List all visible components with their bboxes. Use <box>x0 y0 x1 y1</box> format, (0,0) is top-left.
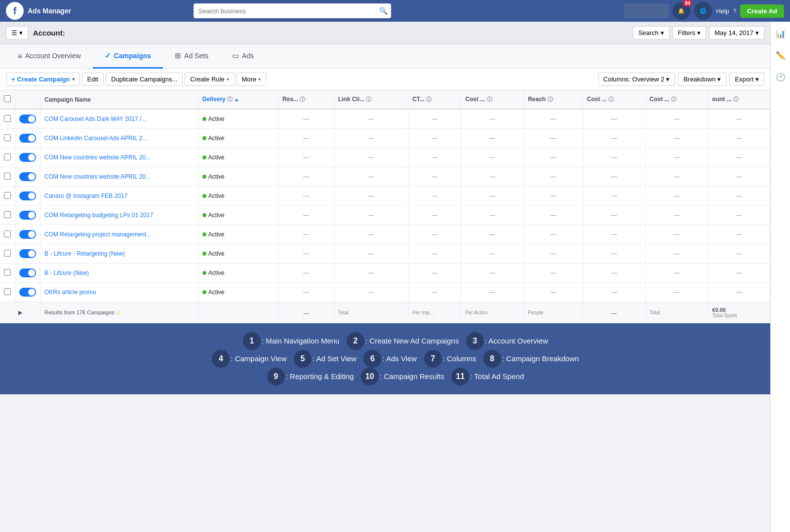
row-checkbox-cell[interactable] <box>0 109 15 129</box>
col-link-clicks[interactable]: Link Cli... ⓘ <box>334 90 408 109</box>
export-button[interactable]: Export ▾ <box>729 73 764 86</box>
row-checkbox-cell[interactable] <box>0 283 15 302</box>
footer-total-spent-label: Total Spent <box>712 313 766 318</box>
row-toggle-cell[interactable] <box>15 283 40 302</box>
campaign-toggle[interactable] <box>19 153 36 162</box>
row-toggle-cell[interactable] <box>15 225 40 244</box>
tab-account-overview[interactable]: ≡ Account Overview <box>6 44 93 69</box>
nav-tabs: ≡ Account Overview ✓ Campaigns ⊞ Ad Sets… <box>0 44 770 69</box>
footer-results-label: Results from 176 Campaigns ⚠ <box>40 302 198 324</box>
date-range-button[interactable]: May 14, 2017 ▾ <box>709 26 764 39</box>
chart-panel-btn[interactable]: 📊 <box>773 26 789 41</box>
row-toggle-cell[interactable] <box>15 167 40 187</box>
create-rule-button[interactable]: Create Rule ▾ <box>185 73 234 86</box>
col-results[interactable]: Res... ⓘ <box>278 90 334 109</box>
select-all-checkbox-header[interactable] <box>0 90 15 109</box>
row-checkbox-cell[interactable] <box>0 148 15 167</box>
help-button[interactable]: Help <box>716 7 729 15</box>
campaign-toggle[interactable] <box>19 114 36 123</box>
breakdown-chevron: ▾ <box>717 76 721 83</box>
campaign-name-cell[interactable]: Canaro @ Instagram FEB 2017 <box>40 187 198 206</box>
cost3-cell: — <box>645 148 708 167</box>
campaign-name-cell[interactable]: B - Lifcure - Retargeting (New) <box>40 244 198 264</box>
campaign-name-cell[interactable]: COM New countries website APRIL 20... <box>40 167 198 187</box>
tab-ad-sets[interactable]: ⊞ Ad Sets <box>163 44 220 69</box>
col-cost[interactable]: Cost ... ⓘ <box>461 90 524 109</box>
filters-button[interactable]: Filters ▾ <box>672 26 706 39</box>
campaign-name-cell[interactable]: B - Lifcure (New) <box>40 264 198 283</box>
clock-panel-btn[interactable]: 🕐 <box>773 69 789 85</box>
row-checkbox-cell[interactable] <box>0 225 15 244</box>
duplicate-button[interactable]: Duplicate Campaigns... <box>106 73 183 86</box>
notifications-btn[interactable]: 🔔 94 <box>672 2 690 20</box>
row-toggle-cell[interactable] <box>15 129 40 148</box>
campaign-name-cell[interactable]: COM New countries website APRIL 20... <box>40 148 198 167</box>
campaign-name-cell[interactable]: COM Retargeting project management... <box>40 225 198 244</box>
delivery-cell: Active <box>198 264 278 283</box>
cost3-cell: — <box>645 264 708 283</box>
col-delivery[interactable]: Delivery ⓘ ▲ <box>198 90 278 109</box>
footer-delivery-cell <box>198 302 278 324</box>
campaign-toggle[interactable] <box>19 268 36 277</box>
campaign-name-cell[interactable]: OKRs article promo <box>40 283 198 302</box>
reach-cell: — <box>524 109 583 129</box>
row-toggle-cell[interactable] <box>15 264 40 283</box>
row-checkbox-cell[interactable] <box>0 206 15 225</box>
ad-sets-icon: ⊞ <box>175 51 181 60</box>
edit-panel-btn[interactable]: ✏️ <box>773 47 789 63</box>
row-checkbox-cell[interactable] <box>0 244 15 264</box>
row-checkbox-cell[interactable] <box>0 264 15 283</box>
edit-button[interactable]: Edit <box>82 73 104 86</box>
col-cost2[interactable]: Cost ... ⓘ <box>583 90 645 109</box>
campaign-toggle[interactable] <box>19 249 36 258</box>
campaign-name-cell[interactable]: COM Retargeting budgeting LPs 01 2017 <box>40 206 198 225</box>
col-ctr[interactable]: CT... ⓘ <box>408 90 461 109</box>
tab-ads[interactable]: ▭ Ads <box>220 44 266 69</box>
col-reach[interactable]: Reach ⓘ <box>524 90 583 109</box>
footer-per-imp-label: Per Imp... <box>408 302 461 324</box>
more-button[interactable]: More ▾ <box>237 73 267 86</box>
row-checkbox-cell[interactable] <box>0 187 15 206</box>
delivery-cell: Active <box>198 167 278 187</box>
create-ad-button[interactable]: Create Ad <box>740 4 784 18</box>
search-button[interactable]: Search ▾ <box>633 26 670 39</box>
columns-button[interactable]: Columns: Overview 2 ▾ <box>598 73 675 86</box>
tab-ads-label: Ads <box>242 52 254 60</box>
campaign-toggle[interactable] <box>19 191 36 200</box>
row-checkbox-cell[interactable] <box>0 167 15 187</box>
tab-campaigns[interactable]: ✓ Campaigns <box>93 44 163 69</box>
row-toggle-cell[interactable] <box>15 187 40 206</box>
search-input[interactable] <box>194 3 391 18</box>
create-campaign-button[interactable]: + Create Campaign ▾ <box>6 73 80 86</box>
cost-cell: — <box>461 167 524 187</box>
cost2-cell: — <box>583 148 645 167</box>
table-row: Canaro @ Instagram FEB 2017 Active — — —… <box>0 187 770 206</box>
col-amount[interactable]: ount ... ⓘ <box>708 90 770 109</box>
row-toggle-cell[interactable] <box>15 148 40 167</box>
toolbar-right: Columns: Overview 2 ▾ Breakdown ▾ Export… <box>598 73 764 86</box>
sidebar-toggle-btn[interactable]: ☰ ▾ <box>6 26 28 39</box>
link-clicks-cell: — <box>334 129 408 148</box>
col-campaign-name[interactable]: Campaign Name <box>40 90 198 109</box>
row-toggle-cell[interactable] <box>15 244 40 264</box>
campaign-toggle[interactable] <box>19 230 36 239</box>
nav-account-input[interactable] <box>624 4 669 18</box>
row-toggle-cell[interactable] <box>15 109 40 129</box>
breakdown-button[interactable]: Breakdown ▾ <box>678 73 726 86</box>
ctr-cell: — <box>408 148 461 167</box>
ctr-cell: — <box>408 129 461 148</box>
ctr-cell: — <box>408 206 461 225</box>
nav-globe-btn[interactable]: 🌐 <box>694 2 712 20</box>
row-toggle-cell[interactable] <box>15 206 40 225</box>
col-cost3[interactable]: Cost ... ⓘ <box>645 90 708 109</box>
campaign-toggle[interactable] <box>19 172 36 181</box>
campaign-name-cell[interactable]: COM LinkedIn Carousel Ads APRIL 2... <box>40 129 198 148</box>
row-checkbox-cell[interactable] <box>0 129 15 148</box>
campaign-toggle[interactable] <box>19 211 36 220</box>
ctr-cell: — <box>408 187 461 206</box>
campaign-toggle[interactable] <box>19 288 36 297</box>
right-panel: 📊 ✏️ 🕐 <box>770 22 790 394</box>
results-cell: — <box>278 109 334 129</box>
campaign-name-cell[interactable]: COM Carousel Ads Dark MAY 2017 /... <box>40 109 198 129</box>
campaign-toggle[interactable] <box>19 134 36 143</box>
